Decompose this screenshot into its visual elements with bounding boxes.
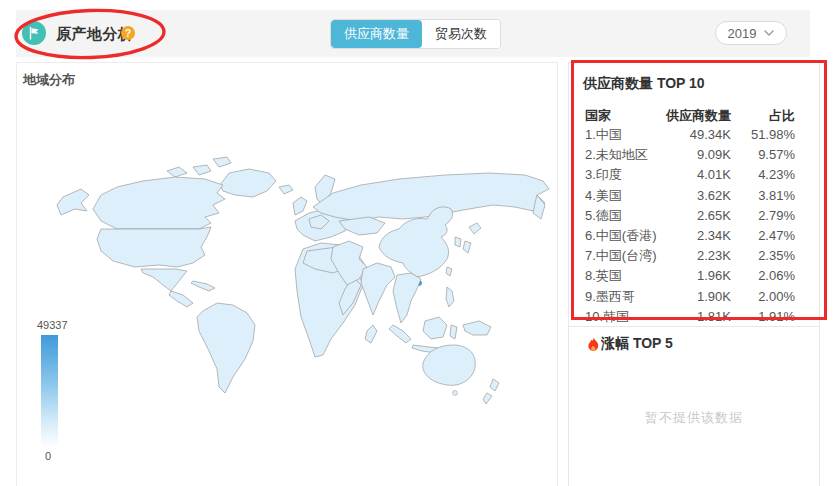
- table-row[interactable]: 9.墨西哥 1.90K 2.00%: [569, 287, 819, 307]
- count-cell: 4.01K: [657, 165, 731, 185]
- year-select[interactable]: 2019: [715, 21, 787, 45]
- map-korea[interactable]: [455, 237, 461, 247]
- country-cell: 6.中国(香港): [585, 226, 657, 246]
- share-cell: 4.23%: [731, 165, 795, 185]
- country-cell: 8.英国: [585, 266, 657, 286]
- share-cell: 3.81%: [731, 186, 795, 206]
- map-card: 地域分布: [16, 62, 558, 486]
- map-canada[interactable]: [93, 177, 225, 229]
- year-value: 2019: [728, 26, 757, 41]
- rise-title-row: 涨幅 TOP 5: [587, 335, 673, 353]
- flame-icon: [587, 337, 600, 352]
- origin-analysis-icon: [22, 21, 46, 45]
- top10-table-body: 1.中国 49.34K 51.98% 2.未知地区 9.09K 9.57% 3.…: [569, 125, 819, 327]
- map-philippines: [446, 287, 454, 307]
- map-country-mexico[interactable]: [141, 269, 187, 291]
- country-cell: 3.印度: [585, 165, 657, 185]
- count-cell: 9.09K: [657, 145, 731, 165]
- share-cell: 51.98%: [731, 125, 795, 145]
- count-cell: 2.34K: [657, 226, 731, 246]
- country-cell: 10.韩国: [585, 307, 657, 327]
- country-cell: 2.未知地区: [585, 145, 657, 165]
- chevron-down-icon: [764, 30, 774, 36]
- toggle-supplier-count[interactable]: 供应商数量: [331, 20, 422, 48]
- map-alaska[interactable]: [57, 189, 89, 215]
- count-cell: 3.62K: [657, 186, 731, 206]
- map-country-india[interactable]: [361, 263, 395, 315]
- col-country: 国家: [585, 107, 657, 125]
- count-cell: 1.81K: [657, 307, 731, 327]
- table-row[interactable]: 4.美国 3.62K 3.81%: [569, 186, 819, 206]
- count-cell: 2.23K: [657, 246, 731, 266]
- table-row[interactable]: 8.英国 1.96K 2.06%: [569, 266, 819, 286]
- map-legend: 49337 0: [35, 319, 95, 462]
- share-cell: 2.35%: [731, 246, 795, 266]
- supplier-top10-card: 供应商数量 TOP 10 国家 供应商数量 占比 1.中国 49.34K 51.…: [568, 62, 820, 327]
- map-south-america[interactable]: [197, 303, 255, 393]
- table-row[interactable]: 7.中国(台湾) 2.23K 2.35%: [569, 246, 819, 266]
- map-new-zealand: [483, 379, 499, 404]
- map-madagascar: [365, 325, 377, 343]
- table-row[interactable]: 2.未知地区 9.09K 9.57%: [569, 145, 819, 165]
- world-map[interactable]: [17, 63, 559, 486]
- rise-top5-card: 涨幅 TOP 5 暂不提供该数据: [568, 326, 820, 486]
- map-arctic-islands: [167, 157, 231, 177]
- table-row[interactable]: 6.中国(香港) 2.34K 2.47%: [569, 226, 819, 246]
- count-cell: 49.34K: [657, 125, 731, 145]
- country-cell: 9.墨西哥: [585, 287, 657, 307]
- map-caribbean: [191, 281, 215, 291]
- table-row[interactable]: 3.印度 4.01K 4.23%: [569, 165, 819, 185]
- map-taiwan[interactable]: [446, 267, 452, 276]
- map-country-uk[interactable]: [293, 197, 307, 215]
- help-icon[interactable]: ?: [121, 26, 135, 40]
- table-row[interactable]: 5.德国 2.65K 2.79%: [569, 206, 819, 226]
- country-cell: 5.德国: [585, 206, 657, 226]
- empty-data-text: 暂不提供该数据: [569, 409, 819, 427]
- count-cell: 1.90K: [657, 287, 731, 307]
- share-cell: 9.57%: [731, 145, 795, 165]
- country-cell: 4.美国: [585, 186, 657, 206]
- map-greenland[interactable]: [220, 169, 276, 197]
- table-row[interactable]: 1.中国 49.34K 51.98%: [569, 125, 819, 145]
- legend-min-label: 0: [45, 450, 95, 462]
- count-cell: 2.65K: [657, 206, 731, 226]
- map-central-america[interactable]: [169, 291, 193, 307]
- share-cell: 2.06%: [731, 266, 795, 286]
- map-se-asia[interactable]: [393, 273, 421, 323]
- col-count: 供应商数量: [657, 107, 731, 125]
- toggle-trade-count[interactable]: 贸易次数: [422, 20, 500, 48]
- legend-gradient-bar: [41, 335, 58, 447]
- country-cell: 7.中国(台湾): [585, 246, 657, 266]
- country-cell: 1.中国: [585, 125, 657, 145]
- share-cell: 2.47%: [731, 226, 795, 246]
- header-band: 原产地分析 ? 供应商数量 贸易次数 2019: [16, 10, 810, 57]
- table-row[interactable]: 10.韩国 1.81K 1.91%: [569, 307, 819, 327]
- col-share: 占比: [731, 107, 795, 125]
- map-tasmania: [453, 391, 458, 396]
- count-cell: 1.96K: [657, 266, 731, 286]
- map-country-usa[interactable]: [97, 227, 211, 267]
- metric-toggle: 供应商数量 贸易次数: [330, 19, 501, 49]
- map-iceland: [279, 185, 293, 194]
- top10-title: 供应商数量 TOP 10: [583, 75, 819, 93]
- table-header-row: 国家 供应商数量 占比: [569, 107, 819, 125]
- legend-max-label: 49337: [37, 319, 95, 331]
- share-cell: 1.91%: [731, 307, 795, 327]
- map-japan[interactable]: [463, 223, 481, 253]
- share-cell: 2.00%: [731, 287, 795, 307]
- flag-icon: [27, 26, 41, 40]
- rise-title: 涨幅 TOP 5: [601, 335, 673, 353]
- share-cell: 2.79%: [731, 206, 795, 226]
